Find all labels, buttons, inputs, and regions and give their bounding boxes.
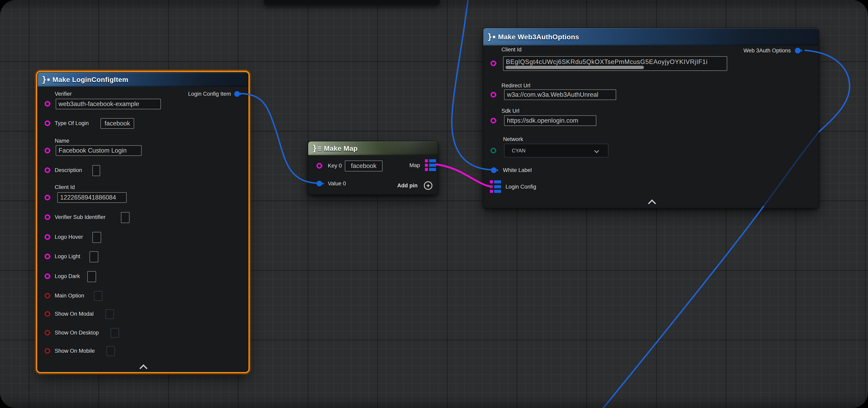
input-pin-client-id[interactable] xyxy=(491,61,496,66)
wire-map-to-login-config[interactable] xyxy=(436,164,490,186)
pin-label-show-on-desktop: Show On Desktop xyxy=(55,330,99,336)
key0-input[interactable]: facebook xyxy=(345,161,382,171)
main-option-checkbox[interactable] xyxy=(94,291,102,301)
redirect-url-input[interactable]: w3a://com.w3a.Web3AuthUnreal xyxy=(504,90,616,100)
pin-label-logo-dark: Logo Dark xyxy=(55,273,80,279)
make-struct-icon: } xyxy=(487,32,495,41)
input-pin-key0[interactable] xyxy=(316,163,322,169)
logo-dark-input[interactable] xyxy=(87,271,96,282)
input-pin-network[interactable] xyxy=(491,148,496,154)
client-id-input[interactable]: BEglQSgt4cUWcj6SKRdu5QkOXTsePmMcusG5EAoy… xyxy=(503,56,727,71)
input-pin-logo-light[interactable] xyxy=(44,253,50,259)
make-struct-icon: } xyxy=(42,75,50,84)
node-title: Make Web3AuthOptions xyxy=(498,33,579,41)
pin-label-show-on-modal: Show On Modal xyxy=(55,311,94,317)
pin-label-map: Map xyxy=(409,162,420,169)
graph-canvas[interactable]: } Make LoginConfigItem Login Config Item… xyxy=(0,0,868,408)
pin-label-network: Network xyxy=(503,136,523,142)
pin-label-logo-hover: Logo Hover xyxy=(55,234,83,240)
pin-label-key0: Key 0 xyxy=(328,163,342,169)
node-make-map[interactable]: }≡ Make Map Key 0 facebook Map Value 0 A… xyxy=(308,141,438,195)
pin-label-client-id: Client Id xyxy=(501,46,522,53)
collapse-chevron-icon[interactable] xyxy=(140,364,148,372)
input-pin-description[interactable] xyxy=(44,167,50,173)
blueprint-editor-screen: } Make LoginConfigItem Login Config Item… xyxy=(0,0,868,408)
wire-loginconfigitem-to-value0[interactable] xyxy=(238,94,319,183)
pin-label-show-on-mobile: Show On Mobile xyxy=(55,348,95,354)
wire-web3auth-options-diagonal[interactable] xyxy=(598,206,764,408)
pin-label-main-option: Main Option xyxy=(55,293,84,299)
node-make-loginconfigitem[interactable]: } Make LoginConfigItem Login Config Item… xyxy=(37,72,248,372)
offscreen-node-fragment[interactable] xyxy=(264,0,439,5)
show-on-desktop-checkbox[interactable] xyxy=(111,328,119,338)
pin-label-sdk-url: Sdk Url xyxy=(501,108,520,114)
name-input[interactable]: Facebook Custom Login xyxy=(56,145,142,156)
pin-label-login-config: Login Config xyxy=(505,183,536,190)
pin-label-name: Name xyxy=(55,138,69,144)
pin-label-redirect-url: Redirect Url xyxy=(501,82,530,89)
node-header-make-loginconfigitem[interactable]: } Make LoginConfigItem xyxy=(38,72,248,87)
input-pin-name[interactable] xyxy=(44,148,50,154)
show-on-modal-checkbox[interactable] xyxy=(105,309,114,319)
input-pin-type-of-login[interactable] xyxy=(44,121,50,126)
pin-label-client-id: Client Id xyxy=(55,184,75,191)
node-title: Make LoginConfigItem xyxy=(53,76,128,83)
pin-label-type-of-login: Type Of Login xyxy=(55,120,89,127)
input-pin-value0[interactable] xyxy=(316,181,322,186)
input-pin-logo-dark[interactable] xyxy=(44,273,50,279)
logo-light-input[interactable] xyxy=(90,251,98,262)
pin-label-login-config-item: Login Config Item xyxy=(188,91,231,97)
input-pin-white-label[interactable] xyxy=(491,167,497,173)
dropdown-chevron-icon xyxy=(594,148,599,153)
node-header-make-web3authoptions[interactable]: } Make Web3AuthOptions xyxy=(483,28,818,45)
input-pin-show-on-desktop[interactable] xyxy=(44,330,50,336)
add-pin-label: Add pin xyxy=(397,182,417,189)
pin-label-description: Description xyxy=(55,167,82,173)
pin-label-verifier-sub-identifier: Verifier Sub Identifier xyxy=(55,214,105,220)
output-pin-map[interactable] xyxy=(425,159,436,171)
type-of-login-input[interactable]: facebook xyxy=(100,118,134,129)
pin-label-verifier: Verifier xyxy=(55,91,72,97)
input-pin-main-option[interactable] xyxy=(44,293,50,299)
client-id-scrollbar-thumb[interactable] xyxy=(505,66,644,69)
output-pin-web3auth-options[interactable] xyxy=(795,48,801,54)
pin-label-web3auth-options: Web 3Auth Options xyxy=(743,47,791,54)
sdk-url-input[interactable]: https://sdk.openlogin.com xyxy=(504,115,596,126)
input-pin-redirect-url[interactable] xyxy=(491,92,496,98)
output-pin-login-config-item[interactable] xyxy=(234,91,240,97)
verifier-input[interactable]: web3auth-facebook-example xyxy=(56,99,161,109)
client-id-input[interactable]: 1222658941886084 xyxy=(57,192,127,203)
show-on-mobile-checkbox[interactable] xyxy=(106,346,115,356)
input-pin-client-id[interactable] xyxy=(44,195,50,200)
input-pin-verifier[interactable] xyxy=(44,101,50,107)
pin-label-white-label: White Label xyxy=(503,167,532,173)
logo-hover-input[interactable] xyxy=(92,232,101,243)
input-pin-verifier-sub-identifier[interactable] xyxy=(44,214,50,220)
input-pin-sdk-url[interactable] xyxy=(491,118,496,124)
pin-label-value0: Value 0 xyxy=(328,180,346,187)
add-pin-button[interactable]: + xyxy=(424,181,432,190)
node-title: Make Map xyxy=(324,144,358,152)
network-dropdown[interactable]: CYAN xyxy=(504,144,609,158)
input-pin-show-on-modal[interactable] xyxy=(44,311,50,317)
node-make-web3authoptions[interactable]: } Make Web3AuthOptions Web 3Auth Options… xyxy=(483,28,819,208)
pin-label-logo-light: Logo Light xyxy=(55,253,80,260)
make-map-icon: }≡ xyxy=(312,144,321,153)
description-input[interactable] xyxy=(92,165,100,176)
input-pin-logo-hover[interactable] xyxy=(44,234,50,240)
input-pin-show-on-mobile[interactable] xyxy=(44,348,50,354)
node-header-make-map[interactable]: }≡ Make Map xyxy=(308,141,438,155)
input-pin-login-config[interactable] xyxy=(490,180,501,193)
verifier-sub-identifier-input[interactable] xyxy=(121,212,129,223)
collapse-chevron-icon[interactable] xyxy=(648,199,656,207)
